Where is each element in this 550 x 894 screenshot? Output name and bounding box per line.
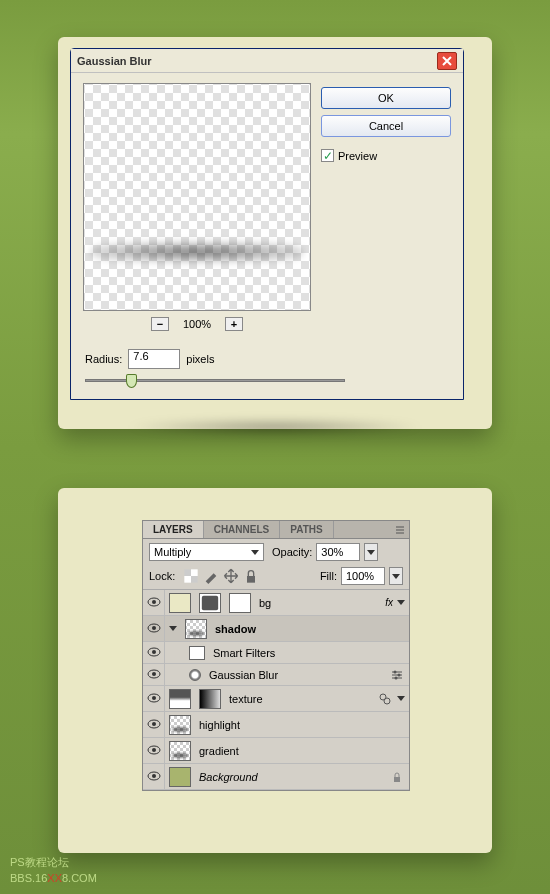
visibility-toggle[interactable] — [143, 642, 165, 663]
layer-thumb — [169, 689, 191, 709]
tab-channels[interactable]: CHANNELS — [204, 521, 281, 538]
visibility-toggle[interactable] — [143, 616, 165, 641]
eye-icon — [147, 647, 161, 657]
filter-icon — [189, 669, 201, 681]
blend-mode-select[interactable]: Multiply — [149, 543, 264, 561]
fill-input[interactable]: 100% — [341, 567, 385, 585]
layer-disclosure-icon[interactable] — [169, 626, 177, 631]
svg-rect-7 — [202, 595, 218, 610]
svg-point-13 — [152, 672, 156, 676]
lock-label: Lock: — [149, 570, 175, 582]
svg-rect-3 — [185, 576, 192, 583]
radius-input[interactable]: 7.6 — [128, 349, 180, 369]
preview-content — [90, 234, 304, 270]
blend-row: Multiply Opacity: 30% — [143, 539, 409, 565]
zoom-out-button[interactable]: − — [151, 317, 169, 331]
svg-rect-27 — [394, 777, 400, 782]
visibility-toggle[interactable] — [143, 712, 165, 737]
watermark-line1: PS教程论坛 — [10, 855, 97, 870]
layer-name: Background — [195, 771, 391, 783]
disclosure-icon[interactable] — [397, 696, 405, 701]
filter-blend-options-icon[interactable] — [389, 667, 405, 683]
svg-rect-2 — [191, 569, 198, 576]
filter-mask-thumb — [189, 646, 205, 660]
radius-row: Radius: 7.6 pixels — [85, 349, 214, 369]
gaussian-blur-dialog: Gaussian Blur − 100% + OK Cancel ✓ — [70, 48, 464, 400]
blend-mode-value: Multiply — [154, 546, 191, 558]
mask-thumb — [199, 593, 221, 613]
visibility-toggle[interactable] — [143, 590, 165, 615]
dialog-buttons: OK Cancel ✓ Preview — [321, 83, 451, 331]
layer-thumb — [185, 619, 207, 639]
layer-shadow[interactable]: shadow — [143, 616, 409, 642]
layer-name: Smart Filters — [209, 647, 409, 659]
tab-paths[interactable]: PATHS — [280, 521, 333, 538]
layer-name: Gaussian Blur — [205, 669, 389, 681]
card-layers: LAYERS CHANNELS PATHS Multiply Opacity: … — [58, 488, 492, 853]
layer-highlight[interactable]: highlight — [143, 712, 409, 738]
lock-row: Lock: Fill: 100% — [143, 565, 409, 590]
watermark-line2: BBS.16XX8.COM — [10, 871, 97, 886]
zoom-controls: − 100% + — [83, 317, 311, 331]
card-gaussian-blur: Gaussian Blur − 100% + OK Cancel ✓ — [58, 37, 492, 429]
lock-icon — [391, 771, 403, 783]
layer-background[interactable]: Background — [143, 764, 409, 790]
layer-name: shadow — [211, 623, 409, 635]
zoom-in-button[interactable]: + — [225, 317, 243, 331]
fx-disclosure-icon[interactable] — [397, 600, 405, 605]
visibility-toggle[interactable] — [143, 664, 165, 685]
layer-bg[interactable]: bg fx — [143, 590, 409, 616]
layer-texture[interactable]: texture — [143, 686, 409, 712]
layer-name: bg — [255, 597, 381, 609]
svg-point-20 — [384, 698, 390, 704]
slider-track — [85, 379, 345, 382]
lock-transparency-icon[interactable] — [183, 568, 199, 584]
slider-thumb[interactable] — [126, 374, 137, 388]
layer-gaussian-filter[interactable]: Gaussian Blur — [143, 664, 409, 686]
tab-layers[interactable]: LAYERS — [143, 521, 204, 538]
ok-button[interactable]: OK — [321, 87, 451, 109]
cancel-button[interactable]: Cancel — [321, 115, 451, 137]
lock-paint-icon[interactable] — [203, 568, 219, 584]
close-button[interactable] — [437, 52, 457, 70]
layer-thumb — [169, 767, 191, 787]
card-drop-shadow — [98, 417, 452, 437]
visibility-toggle[interactable] — [143, 764, 165, 789]
preview-checkbox[interactable]: ✓ — [321, 149, 334, 162]
fill-slider-button[interactable] — [389, 567, 403, 585]
opacity-input[interactable]: 30% — [316, 543, 360, 561]
layer-smart-filters[interactable]: Smart Filters — [143, 642, 409, 664]
visibility-toggle[interactable] — [143, 738, 165, 763]
dialog-body: − 100% + OK Cancel ✓ Preview — [71, 73, 463, 341]
layer-gradient[interactable]: gradient — [143, 738, 409, 764]
radius-label: Radius: — [85, 353, 122, 365]
clipping-icon[interactable] — [377, 691, 393, 707]
opacity-slider-button[interactable] — [364, 543, 378, 561]
radius-slider[interactable] — [85, 379, 449, 385]
preview-label: Preview — [338, 150, 377, 162]
svg-point-24 — [152, 748, 156, 752]
visibility-toggle[interactable] — [143, 686, 165, 711]
panel-menu-button[interactable] — [391, 521, 409, 538]
vector-mask-thumb — [229, 593, 251, 613]
opacity-label: Opacity: — [272, 546, 312, 558]
dialog-titlebar: Gaussian Blur — [71, 49, 463, 73]
preview-checkbox-row: ✓ Preview — [321, 149, 451, 162]
lock-all-icon[interactable] — [243, 568, 259, 584]
layer-name: gradient — [195, 745, 409, 757]
svg-rect-4 — [247, 576, 255, 583]
layer-name: texture — [225, 693, 377, 705]
triangle-icon — [392, 574, 400, 579]
menu-icon — [395, 525, 405, 535]
close-icon — [442, 56, 452, 66]
svg-point-22 — [152, 722, 156, 726]
lock-position-icon[interactable] — [223, 568, 239, 584]
eye-icon — [147, 771, 161, 781]
fx-badge[interactable]: fx — [381, 597, 397, 608]
preview-column: − 100% + — [83, 83, 311, 331]
eye-icon — [147, 693, 161, 703]
svg-point-14 — [394, 670, 397, 673]
svg-point-18 — [152, 696, 156, 700]
filter-preview[interactable] — [83, 83, 311, 311]
eye-icon — [147, 719, 161, 729]
